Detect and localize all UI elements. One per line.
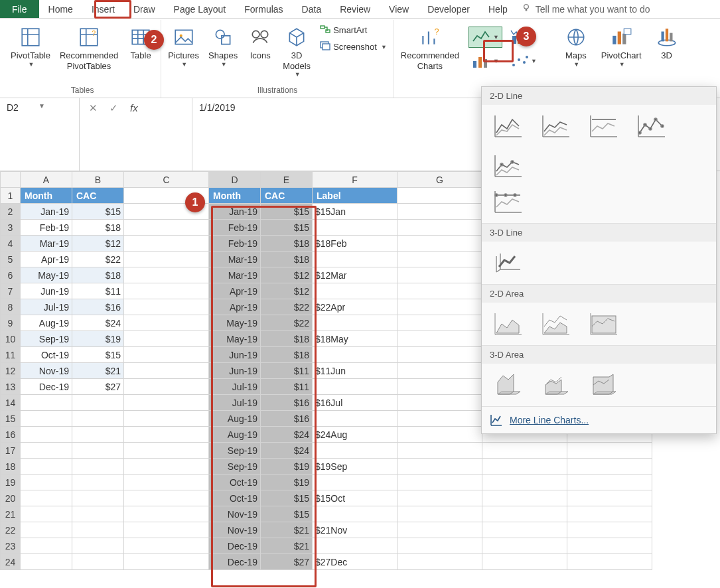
cell[interactable]: Month [21, 188, 72, 204]
cell[interactable] [397, 299, 482, 315]
maps-button[interactable]: Maps ▼ [560, 23, 592, 69]
row-header[interactable]: 12 [1, 363, 21, 379]
chart-type-stacked-line[interactable] [538, 111, 575, 141]
column-header-D[interactable]: D [209, 172, 261, 188]
cell[interactable] [482, 475, 567, 490]
cell[interactable] [397, 252, 482, 267]
cell[interactable]: $27 [261, 554, 313, 570]
cell[interactable]: Dec-19 [21, 379, 72, 395]
tab-draw[interactable]: Draw [124, 0, 165, 18]
cell[interactable]: Sep-19 [209, 459, 261, 475]
cell[interactable] [567, 554, 652, 570]
cell[interactable]: Jun-19 [209, 363, 261, 379]
cell[interactable] [72, 411, 124, 427]
cell[interactable] [72, 395, 124, 411]
cell[interactable] [397, 283, 482, 299]
cell[interactable] [21, 522, 72, 538]
cell[interactable]: $21 [261, 522, 313, 538]
cell[interactable]: Aug-19 [209, 411, 261, 427]
cell[interactable]: Oct-19 [21, 347, 72, 363]
cell[interactable]: CAC [72, 188, 124, 204]
cell[interactable]: $16 [261, 395, 313, 411]
cell[interactable]: Dec-19 [209, 538, 261, 554]
cell[interactable]: Sep-19 [21, 331, 72, 347]
bar-chart-dropdown-button[interactable]: ▼ [468, 50, 502, 72]
shapes-button[interactable]: Shapes ▼ [206, 23, 240, 69]
cell[interactable] [397, 236, 482, 252]
row-header[interactable]: 24 [1, 554, 21, 570]
row-header[interactable]: 10 [1, 331, 21, 347]
cell[interactable]: $19Sep [313, 459, 397, 475]
table-button[interactable]: Table [125, 23, 157, 62]
cell[interactable]: $15 [72, 204, 124, 220]
cell[interactable] [397, 395, 482, 411]
row-header[interactable]: 15 [1, 411, 21, 427]
cell[interactable]: $15 [72, 347, 124, 363]
cell[interactable] [124, 220, 209, 236]
cell[interactable] [482, 522, 567, 538]
cell[interactable]: $21 [261, 538, 313, 554]
cell[interactable] [21, 395, 72, 411]
cell[interactable] [124, 252, 209, 267]
cell[interactable] [313, 379, 397, 395]
tab-developer[interactable]: Developer [418, 0, 479, 18]
cell[interactable]: $19 [72, 331, 124, 347]
cell[interactable] [124, 395, 209, 411]
cell[interactable]: Nov-19 [21, 363, 72, 379]
cell[interactable] [124, 475, 209, 490]
column-header-B[interactable]: B [72, 172, 124, 188]
cell[interactable]: CAC [261, 188, 313, 204]
row-header[interactable]: 1 [1, 188, 21, 204]
cell[interactable] [397, 459, 482, 475]
cell[interactable]: $16 [72, 299, 124, 315]
name-box[interactable]: D2 ▼ [0, 98, 80, 171]
line-chart-dropdown-button[interactable]: ▼ [468, 27, 502, 48]
cell[interactable]: Apr-19 [209, 283, 261, 299]
cell[interactable]: $16 [261, 411, 313, 427]
row-header[interactable]: 6 [1, 267, 21, 283]
cell[interactable]: Sep-19 [209, 443, 261, 459]
cell[interactable]: Mar-19 [209, 267, 261, 283]
cell[interactable] [124, 538, 209, 554]
cell[interactable] [397, 538, 482, 554]
cell[interactable] [397, 475, 482, 490]
cell[interactable]: $19 [261, 459, 313, 475]
cell[interactable] [72, 459, 124, 475]
recommended-pivottables-button[interactable]: ? Recommended PivotTables [57, 23, 121, 72]
fx-icon[interactable]: fx [130, 102, 138, 113]
row-header[interactable]: 14 [1, 395, 21, 411]
cell[interactable] [313, 538, 397, 554]
column-header-G[interactable]: G [397, 172, 482, 188]
pivottable-button[interactable]: PivotTable ▼ [8, 23, 53, 69]
cell[interactable] [313, 443, 397, 459]
cell[interactable]: May-19 [21, 267, 72, 283]
row-header[interactable]: 22 [1, 522, 21, 538]
cell[interactable]: $15 [261, 506, 313, 522]
recommended-charts-button[interactable]: ? Recommended Charts [398, 23, 462, 72]
more-line-charts-link[interactable]: More Line Charts... [482, 406, 716, 433]
row-header[interactable]: 20 [1, 490, 21, 506]
cell[interactable]: $15 [261, 490, 313, 506]
cell[interactable] [397, 331, 482, 347]
cell[interactable]: Jun-19 [209, 347, 261, 363]
cell[interactable] [124, 411, 209, 427]
cell[interactable]: May-19 [209, 331, 261, 347]
cell[interactable]: $18 [261, 236, 313, 252]
cell[interactable] [397, 188, 482, 204]
cell[interactable]: $24 [261, 427, 313, 443]
cell[interactable] [313, 411, 397, 427]
row-header[interactable]: 16 [1, 427, 21, 443]
cell[interactable]: $18 [261, 347, 313, 363]
cell[interactable]: Label [313, 188, 397, 204]
cell[interactable]: $12 [261, 267, 313, 283]
cell[interactable] [567, 506, 652, 522]
cell[interactable] [21, 506, 72, 522]
icons-button[interactable]: Icons [244, 23, 276, 62]
chart-type-100-stacked-line[interactable] [585, 111, 622, 141]
cell[interactable]: $11 [261, 363, 313, 379]
cell[interactable] [313, 506, 397, 522]
cell[interactable] [21, 411, 72, 427]
cell[interactable]: $27 [72, 379, 124, 395]
cell[interactable] [397, 363, 482, 379]
chart-type-3d-line[interactable] [490, 248, 527, 277]
